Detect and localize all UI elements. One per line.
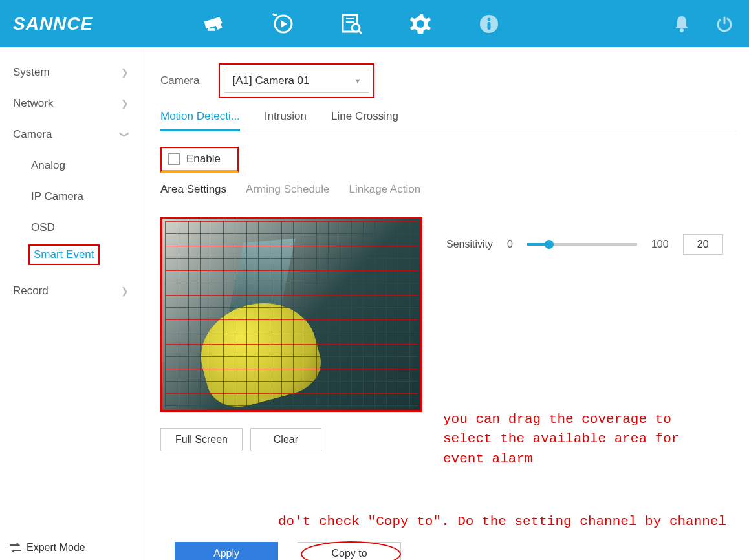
sidebar-item-smart-event[interactable]: Smart Event <box>34 248 94 261</box>
top-right-group <box>670 12 736 36</box>
expert-mode-toggle[interactable]: Expert Mode <box>10 542 85 554</box>
svg-point-8 <box>417 20 424 28</box>
search-icon[interactable] <box>340 12 364 36</box>
sensitivity-min: 0 <box>507 239 513 250</box>
subtab-area-settings[interactable]: Area Settings <box>160 183 226 196</box>
sidebar: System ❯ Network ❯ Camera ❯ Analog IP Ca… <box>0 47 142 560</box>
detection-tabs: Motion Detecti... Intrusion Line Crossin… <box>160 110 736 131</box>
motion-area-grid[interactable] <box>160 217 422 412</box>
chevron-right-icon: ❯ <box>121 286 129 296</box>
tab-intrusion[interactable]: Intrusion <box>265 110 307 131</box>
subtab-linkage-action[interactable]: Linkage Action <box>349 183 421 196</box>
sidebar-item-system[interactable]: System ❯ <box>0 57 142 88</box>
sensitivity-value-input[interactable]: 20 <box>683 234 723 255</box>
sidebar-item-label: System <box>13 66 50 79</box>
sidebar-item-osd[interactable]: OSD <box>0 212 142 243</box>
chevron-down-icon: ❯ <box>120 131 130 138</box>
enable-checkbox[interactable] <box>168 153 180 165</box>
sidebar-item-network[interactable]: Network ❯ <box>0 88 142 119</box>
sidebar-item-label: Camera <box>13 128 52 141</box>
sidebar-item-ip-camera[interactable]: IP Camera <box>0 181 142 212</box>
settings-icon[interactable] <box>409 12 432 36</box>
chevron-right-icon: ❯ <box>121 98 129 109</box>
svg-point-10 <box>488 17 491 21</box>
svg-marker-2 <box>281 20 287 28</box>
camera-select[interactable]: [A1] Camera 01 ▼ <box>224 69 369 93</box>
clear-button[interactable]: Clear <box>250 428 321 451</box>
main-content: Camera [A1] Camera 01 ▼ Motion Detecti..… <box>142 47 749 560</box>
tab-motion-detection[interactable]: Motion Detecti... <box>160 110 240 131</box>
sensitivity-label: Sensitivity <box>446 239 493 250</box>
svg-rect-0 <box>208 28 215 31</box>
power-icon[interactable] <box>713 12 736 36</box>
apply-button[interactable]: Apply <box>175 542 278 560</box>
expert-mode-label: Expert Mode <box>27 542 85 554</box>
annotation-copyto-note: do't check "Copy to". Do the setting cha… <box>278 512 731 532</box>
sidebar-item-record[interactable]: Record ❯ <box>0 275 142 307</box>
sensitivity-slider[interactable] <box>527 243 637 246</box>
settings-subtabs: Area Settings Arming Schedule Linkage Ac… <box>160 183 736 196</box>
sidebar-item-label: Record <box>13 285 49 297</box>
playback-icon[interactable] <box>272 12 295 36</box>
slider-thumb[interactable] <box>545 240 554 249</box>
chevron-right-icon: ❯ <box>121 67 129 78</box>
sidebar-item-label: Network <box>13 97 53 110</box>
sidebar-item-analog[interactable]: Analog <box>0 150 142 181</box>
dropdown-arrow-icon: ▼ <box>354 77 362 85</box>
sensitivity-max: 100 <box>651 239 669 250</box>
top-icon-group <box>203 12 670 36</box>
camera-select-value: [A1] Camera 01 <box>232 74 309 87</box>
info-icon[interactable] <box>477 12 501 36</box>
tab-line-crossing[interactable]: Line Crossing <box>331 110 398 131</box>
sensitivity-control: Sensitivity 0 100 20 <box>446 234 723 255</box>
annotation-coverage-note: you can drag the coverage to select the … <box>443 410 721 469</box>
svg-line-7 <box>358 30 362 34</box>
camera-label: Camera <box>160 74 199 87</box>
brand-logo: SANNCE <box>13 14 93 34</box>
video-preview <box>165 221 418 407</box>
camera-icon[interactable] <box>203 12 226 36</box>
copy-to-button[interactable]: Copy to <box>298 542 401 560</box>
full-screen-button[interactable]: Full Screen <box>160 428 243 451</box>
enable-label: Enable <box>186 153 221 166</box>
svg-point-12 <box>680 28 684 32</box>
swap-icon <box>10 543 21 553</box>
top-bar: SANNCE <box>0 0 749 47</box>
sidebar-item-camera[interactable]: Camera ❯ <box>0 119 142 150</box>
svg-rect-11 <box>488 22 491 30</box>
bell-icon[interactable] <box>670 12 693 36</box>
subtab-arming-schedule[interactable]: Arming Schedule <box>246 183 329 196</box>
